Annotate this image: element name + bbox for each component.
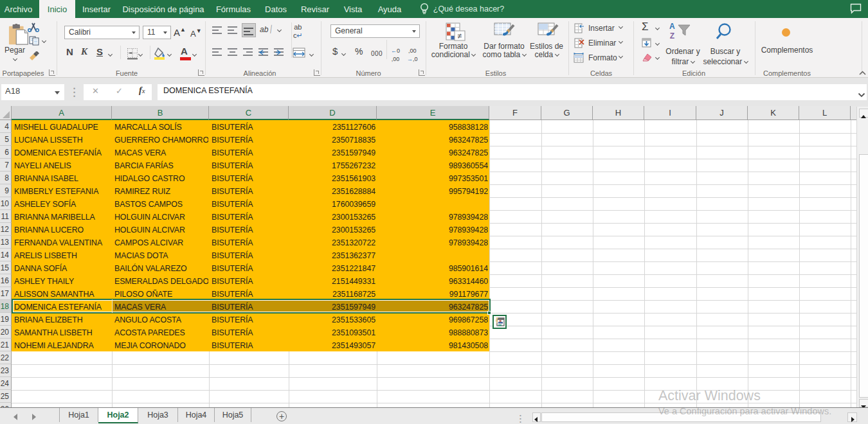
svg-text:≠: ≠ — [458, 31, 462, 40]
